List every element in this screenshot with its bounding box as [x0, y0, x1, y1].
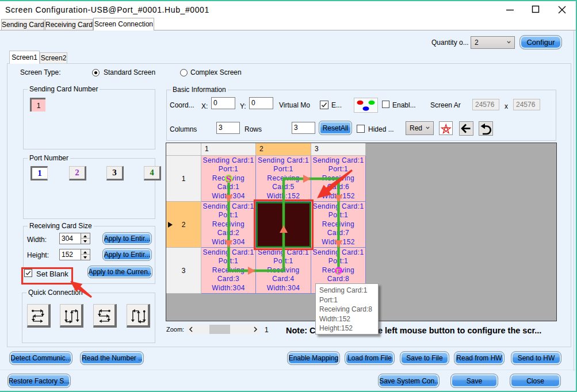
- connection-start-marker: S: [224, 174, 232, 185]
- y-input[interactable]: 0: [249, 97, 273, 109]
- radio-complex-screen[interactable]: [180, 69, 188, 76]
- height-label: Height:: [27, 251, 49, 259]
- screen-area-label: Screen Ar: [430, 101, 461, 109]
- configure-button[interactable]: Configur: [519, 35, 562, 49]
- tab-strip-line: [0, 30, 576, 30]
- receiving-card-size-label: Receiving Card Size: [28, 222, 94, 230]
- enable-label: Enabl...: [392, 101, 416, 109]
- undo-icon: [479, 122, 492, 135]
- spin-down-icon: [83, 256, 87, 259]
- tab-screen1[interactable]: Screen1: [9, 51, 40, 64]
- quick-connection-button-1[interactable]: [27, 304, 51, 328]
- apply-width-button[interactable]: Apply to Entir...: [102, 232, 152, 245]
- width-spin-up[interactable]: [81, 233, 90, 239]
- coord-label: Coord...: [170, 101, 194, 109]
- sending-card-item[interactable]: 1: [30, 98, 45, 112]
- height-spinner[interactable]: 152: [59, 249, 90, 260]
- quick-connection-button-3[interactable]: [93, 304, 117, 328]
- width-spin-down[interactable]: [81, 239, 90, 244]
- tooltip-line: Height:152: [319, 324, 378, 333]
- button-enable-mapping[interactable]: Enable Mapping: [287, 351, 340, 365]
- scroll-right-icon[interactable]: [251, 325, 259, 334]
- rgb-dots-button[interactable]: [354, 98, 378, 113]
- connection-arrow-icon: [225, 195, 233, 202]
- maximize-button[interactable]: [524, 1, 547, 18]
- connection-arrow-icon: [335, 240, 343, 248]
- tab-screen2[interactable]: Screen2: [40, 52, 67, 63]
- scroll-left-icon[interactable]: [187, 325, 194, 334]
- reset-all-button[interactable]: ResetAll: [319, 121, 352, 135]
- tab-sending-card[interactable]: Sending Card: [1, 19, 44, 30]
- hided-checkbox[interactable]: [357, 125, 365, 133]
- tab-receiving-card[interactable]: Receiving Card: [45, 19, 93, 30]
- button-save-to-file[interactable]: Save to File: [400, 351, 449, 365]
- height-spin-up[interactable]: [81, 249, 90, 255]
- height-spin-down[interactable]: [81, 255, 90, 260]
- connection-arrow-icon: [335, 195, 343, 202]
- apply-current-button[interactable]: Apply to the Curren..: [87, 266, 152, 278]
- spin-up-icon: [83, 235, 87, 237]
- button-close[interactable]: Close: [510, 374, 561, 388]
- button-detect-communic[interactable]: Detect Communic...: [9, 351, 72, 365]
- button-read-the-number[interactable]: Read the Number ..: [80, 351, 144, 365]
- columns-label: Columns: [170, 125, 197, 133]
- quick-connection-label: Quick Connection: [26, 289, 85, 297]
- port-button-4[interactable]: 4: [144, 166, 161, 180]
- zoom-scrollbar-thumb[interactable]: [209, 325, 230, 334]
- screen-configuration-window: Screen Configuration-USB@Port_#0001.Hub_…: [0, 0, 577, 392]
- quantity-label: Quantity o...: [431, 39, 469, 47]
- button-save-system-con[interactable]: Save System Con..: [378, 374, 440, 388]
- y-label: Y:: [240, 102, 246, 110]
- port-button-2[interactable]: 2: [69, 166, 86, 180]
- zoom-scrollbar[interactable]: [187, 325, 259, 334]
- connection-arrow-icon: [248, 267, 255, 275]
- columns-input[interactable]: 3: [216, 122, 240, 134]
- quantity-select[interactable]: 2: [471, 36, 515, 49]
- close-button[interactable]: [550, 1, 573, 18]
- rows-input[interactable]: 3: [292, 122, 315, 134]
- height-value: 152: [62, 251, 73, 259]
- svg-text:S: S: [226, 174, 231, 185]
- port-button-3[interactable]: 3: [106, 166, 124, 180]
- svg-text:E: E: [336, 267, 341, 275]
- enable-virtual-checkbox[interactable]: [320, 101, 328, 109]
- minimize-button[interactable]: [498, 1, 521, 18]
- back-button[interactable]: [459, 121, 473, 136]
- button-save[interactable]: Save: [450, 374, 498, 388]
- button-restore-factory-s[interactable]: Restore Factory S...: [7, 374, 71, 388]
- width-label: Width:: [27, 236, 47, 244]
- tab-screen-connection[interactable]: Screen Connection: [93, 18, 154, 30]
- quick-connection-button-2[interactable]: [60, 304, 83, 328]
- title-bar: Screen Configuration-USB@Port_#0001.Hub_…: [0, 1, 576, 18]
- maximize-icon: [524, 1, 547, 18]
- color-select[interactable]: Red: [406, 121, 434, 135]
- sending-card-number-group: Sending Card Number 1: [23, 89, 155, 149]
- radio-standard-screen[interactable]: [92, 69, 100, 76]
- enable-checkbox[interactable]: [382, 101, 389, 108]
- spin-down-icon: [83, 240, 87, 243]
- apply-height-button[interactable]: Apply to Entir...: [102, 248, 152, 261]
- screen-area-x-label: x: [505, 102, 508, 110]
- x-input[interactable]: 0: [211, 97, 235, 109]
- zoom-label: Zoom:: [166, 326, 184, 333]
- port-button-1[interactable]: 1: [30, 166, 48, 180]
- rgb-dots-icon: [354, 98, 377, 112]
- connection-line: [229, 179, 339, 271]
- star-button[interactable]: [439, 121, 453, 135]
- connection-arrow-icon: [225, 240, 233, 248]
- undo-button[interactable]: [479, 121, 493, 136]
- close-icon: [550, 1, 573, 18]
- button-read-from-hw[interactable]: Read from HW: [454, 351, 505, 365]
- port-number-group: Port Number 1234: [23, 158, 155, 219]
- chevron-down-icon: [507, 40, 511, 44]
- zoom-value: 1: [265, 326, 269, 334]
- connection-arrow-icon: [280, 225, 288, 233]
- screen-area-height: 24576: [513, 99, 540, 110]
- width-spinner[interactable]: 304: [59, 233, 90, 244]
- screen-area-width: 24576: [472, 99, 499, 110]
- quick-connection-button-4[interactable]: [127, 304, 150, 328]
- spin-up-icon: [83, 251, 87, 253]
- button-load-from-file[interactable]: Load from File: [345, 351, 395, 365]
- button-send-to-hw[interactable]: Send to HW: [511, 351, 561, 365]
- chevron-down-icon: [426, 126, 430, 130]
